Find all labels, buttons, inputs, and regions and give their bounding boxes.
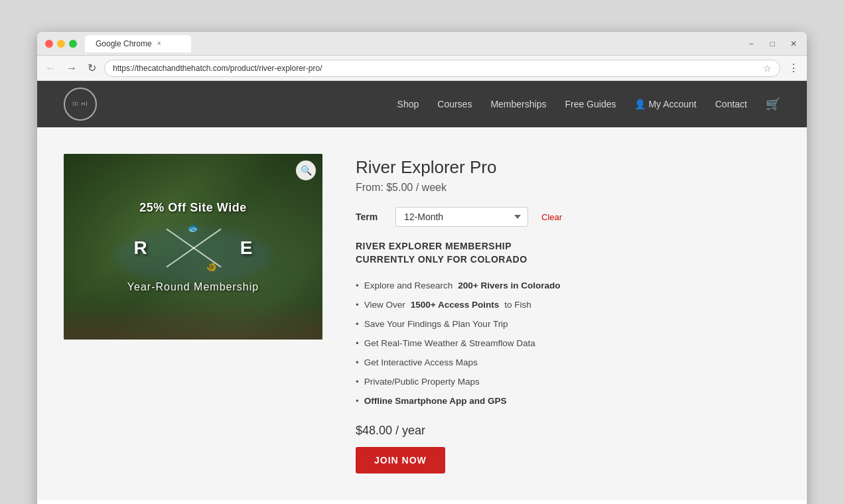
back-button[interactable]: ← (42, 60, 58, 77)
feature-bold: 200+ Rivers in Colorado (458, 280, 560, 292)
list-item: Save Your Findings & Plan Your Trip (356, 315, 780, 334)
site-content: 25% Off Site Wide R 🐟 🐠 E Year-Round Mem… (37, 127, 807, 500)
bookmark-icon[interactable]: ☆ (763, 63, 772, 74)
membership-heading: RIVER EXPLORER MEMBERSHIPCURRENTLY ONLY … (356, 240, 780, 266)
product-title: River Explorer Pro (356, 157, 780, 178)
list-item: Get Interactive Access Maps (356, 353, 780, 373)
fish-icon-bottom: 🐠 (206, 262, 217, 272)
feature-list: Explore and Research 200+ Rivers in Colo… (356, 277, 780, 410)
tab-title: Google Chrome (96, 39, 152, 48)
fish-icon-top: 🐟 (187, 221, 200, 234)
browser-window: Google Chrome × − □ ✕ ← → ↻ https://thec… (37, 32, 807, 504)
list-item: Get Real-Time Weather & Streamflow Data (356, 334, 780, 353)
product-details: River Explorer Pro From: $5.00 / week Te… (356, 154, 780, 473)
letter-r: R (134, 237, 147, 259)
window-controls (45, 40, 77, 48)
person-icon: 👤 (634, 99, 648, 109)
restore-button[interactable]: □ (767, 38, 778, 49)
maximize-window-button[interactable] (69, 40, 77, 48)
list-item: View Over 1500+ Access Points to Fish (356, 296, 780, 315)
site-header: ⟨C H⟩ Shop Courses Memberships Free Guid… (37, 81, 807, 127)
minimize-window-button[interactable] (57, 40, 65, 48)
feature-bold: 1500+ Access Points (411, 299, 499, 312)
list-item: Explore and Research 200+ Rivers in Colo… (356, 277, 780, 296)
browser-tab[interactable]: Google Chrome × (85, 35, 191, 52)
browser-menu-button[interactable]: ⋮ (786, 59, 802, 77)
minimize-button[interactable]: − (746, 38, 756, 49)
close-window-button[interactable] (45, 40, 53, 48)
clear-link[interactable]: Clear (541, 212, 562, 222)
nav-contact[interactable]: Contact (715, 99, 747, 109)
forward-button[interactable]: → (64, 60, 80, 77)
term-row: Term 12-Month Monthly 6-Month Clear (356, 207, 780, 227)
site-nav: Shop Courses Memberships Free Guides 👤 M… (397, 97, 780, 111)
site-logo: ⟨C H⟩ (64, 88, 97, 121)
titlebar-right-controls: − □ ✕ (746, 38, 799, 49)
product-image: 25% Off Site Wide R 🐟 🐠 E Year-Round Mem… (64, 154, 322, 340)
reload-button[interactable]: ↻ (85, 59, 99, 77)
term-select[interactable]: 12-Month Monthly 6-Month (395, 207, 528, 227)
letter-e: E (240, 237, 253, 259)
list-item: Offline Smartphone App and GPS (356, 392, 780, 411)
nav-memberships[interactable]: Memberships (490, 99, 546, 109)
re-logo: R 🐟 🐠 E (134, 228, 253, 268)
nav-free-guides[interactable]: Free Guides (565, 99, 616, 109)
cross-icon: 🐟 🐠 (167, 228, 220, 268)
feature-bold: Offline Smartphone App and GPS (364, 395, 507, 408)
address-bar[interactable]: https://thecatchandthehatch.com/product/… (104, 60, 780, 77)
close-button[interactable]: ✕ (788, 38, 799, 49)
final-price: $48.00 / year (356, 424, 780, 438)
tab-close-button[interactable]: × (157, 40, 161, 47)
browser-toolbar: ← → ↻ https://thecatchandthehatch.com/pr… (37, 56, 807, 81)
term-label: Term (356, 212, 382, 222)
cart-icon[interactable]: 🛒 (766, 97, 780, 111)
list-item: Private/Public Property Maps (356, 373, 780, 392)
nav-shop[interactable]: Shop (397, 99, 419, 109)
membership-image-text: Year-Round Membership (127, 281, 259, 293)
product-image-overlay: 25% Off Site Wide R 🐟 🐠 E Year-Round Mem… (64, 154, 322, 340)
browser-titlebar: Google Chrome × − □ ✕ (37, 32, 807, 56)
website-content: ⟨C H⟩ Shop Courses Memberships Free Guid… (37, 81, 807, 504)
nav-my-account[interactable]: 👤 My Account (634, 99, 696, 109)
nav-courses[interactable]: Courses (437, 99, 472, 109)
logo-text: ⟨C H⟩ (72, 101, 89, 107)
image-zoom-button[interactable]: 🔍 (296, 160, 316, 180)
product-price: From: $5.00 / week (356, 182, 780, 194)
url-text: https://thecatchandthehatch.com/product/… (113, 64, 758, 73)
product-image-wrapper: 25% Off Site Wide R 🐟 🐠 E Year-Round Mem… (64, 154, 322, 340)
promo-text: 25% Off Site Wide (139, 201, 246, 215)
join-now-button[interactable]: JOIN NOW (356, 447, 445, 473)
